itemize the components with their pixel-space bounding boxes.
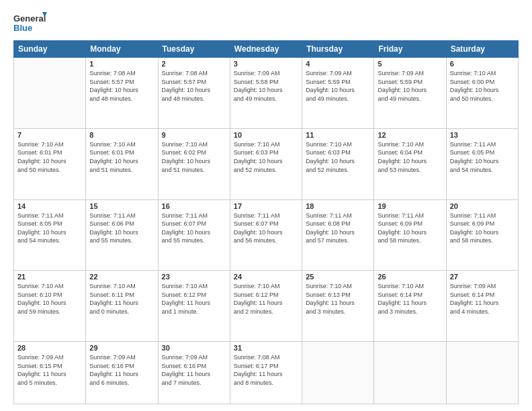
day-detail: Sunrise: 7:10 AMSunset: 6:03 PMDaylight:…: [234, 140, 298, 174]
day-cell: [14, 58, 86, 129]
day-cell: 15Sunrise: 7:11 AMSunset: 6:06 PMDayligh…: [86, 199, 158, 271]
day-number: 17: [234, 202, 298, 210]
day-cell: 17Sunrise: 7:11 AMSunset: 6:07 PMDayligh…: [230, 199, 302, 271]
day-number: 16: [162, 202, 226, 210]
day-cell: 18Sunrise: 7:11 AMSunset: 6:08 PMDayligh…: [302, 199, 374, 271]
day-number: 27: [450, 273, 515, 281]
day-number: 29: [89, 344, 154, 352]
day-number: 4: [306, 60, 370, 68]
day-cell: [446, 342, 518, 404]
day-cell: 28Sunrise: 7:09 AMSunset: 6:15 PMDayligh…: [14, 342, 86, 404]
day-number: 5: [378, 60, 442, 68]
day-cell: 12Sunrise: 7:10 AMSunset: 6:04 PMDayligh…: [374, 128, 446, 199]
day-cell: 30Sunrise: 7:09 AMSunset: 6:16 PMDayligh…: [158, 342, 230, 404]
day-detail: Sunrise: 7:10 AMSunset: 6:10 PMDaylight:…: [17, 282, 82, 316]
day-detail: Sunrise: 7:10 AMSunset: 6:02 PMDaylight:…: [162, 140, 226, 174]
day-cell: 8Sunrise: 7:10 AMSunset: 6:01 PMDaylight…: [86, 128, 158, 199]
week-row-4: 21Sunrise: 7:10 AMSunset: 6:10 PMDayligh…: [14, 271, 519, 342]
day-number: 14: [17, 202, 82, 210]
week-row-2: 7Sunrise: 7:10 AMSunset: 6:01 PMDaylight…: [14, 128, 519, 199]
day-number: 12: [378, 131, 442, 139]
day-number: 3: [234, 60, 298, 68]
day-cell: 6Sunrise: 7:10 AMSunset: 6:00 PMDaylight…: [446, 58, 518, 129]
day-number: 30: [162, 344, 226, 352]
day-detail: Sunrise: 7:11 AMSunset: 6:09 PMDaylight:…: [450, 212, 515, 245]
header-row: SundayMondayTuesdayWednesdayThursdayFrid…: [14, 41, 519, 58]
day-cell: 29Sunrise: 7:09 AMSunset: 6:16 PMDayligh…: [86, 342, 158, 404]
day-detail: Sunrise: 7:10 AMSunset: 6:11 PMDaylight:…: [89, 282, 154, 316]
day-number: 31: [234, 344, 298, 352]
day-cell: 1Sunrise: 7:08 AMSunset: 5:57 PMDaylight…: [86, 58, 158, 129]
day-header-saturday: Saturday: [446, 41, 518, 58]
day-cell: 10Sunrise: 7:10 AMSunset: 6:03 PMDayligh…: [230, 128, 302, 199]
day-cell: 24Sunrise: 7:10 AMSunset: 6:12 PMDayligh…: [230, 271, 302, 342]
day-number: 10: [234, 131, 298, 139]
day-number: 2: [162, 60, 226, 68]
day-cell: 14Sunrise: 7:11 AMSunset: 6:05 PMDayligh…: [14, 199, 86, 271]
day-number: 25: [306, 273, 370, 281]
day-detail: Sunrise: 7:10 AMSunset: 6:14 PMDaylight:…: [378, 282, 442, 316]
week-row-5: 28Sunrise: 7:09 AMSunset: 6:15 PMDayligh…: [14, 342, 519, 404]
day-cell: 21Sunrise: 7:10 AMSunset: 6:10 PMDayligh…: [14, 271, 86, 342]
day-header-wednesday: Wednesday: [230, 41, 302, 58]
day-cell: 13Sunrise: 7:11 AMSunset: 6:05 PMDayligh…: [446, 128, 518, 199]
day-header-tuesday: Tuesday: [158, 41, 230, 58]
day-header-friday: Friday: [374, 41, 446, 58]
logo-svg: General Blue: [13, 11, 47, 35]
day-number: 19: [378, 202, 442, 210]
day-detail: Sunrise: 7:09 AMSunset: 5:58 PMDaylight:…: [234, 69, 298, 103]
day-cell: 3Sunrise: 7:09 AMSunset: 5:58 PMDaylight…: [230, 58, 302, 129]
day-detail: Sunrise: 7:10 AMSunset: 6:00 PMDaylight:…: [450, 69, 515, 103]
day-detail: Sunrise: 7:11 AMSunset: 6:07 PMDaylight:…: [162, 212, 226, 245]
day-cell: 11Sunrise: 7:10 AMSunset: 6:03 PMDayligh…: [302, 128, 374, 199]
day-cell: 7Sunrise: 7:10 AMSunset: 6:01 PMDaylight…: [14, 128, 86, 199]
page: General Blue SundayMondayTuesdayWednesda…: [0, 0, 532, 411]
day-number: 24: [234, 273, 298, 281]
day-cell: 26Sunrise: 7:10 AMSunset: 6:14 PMDayligh…: [374, 271, 446, 342]
day-detail: Sunrise: 7:10 AMSunset: 6:12 PMDaylight:…: [234, 282, 298, 316]
day-number: 18: [306, 202, 370, 210]
day-cell: [374, 342, 446, 404]
day-cell: 20Sunrise: 7:11 AMSunset: 6:09 PMDayligh…: [446, 199, 518, 271]
day-detail: Sunrise: 7:10 AMSunset: 6:04 PMDaylight:…: [378, 140, 442, 174]
day-number: 13: [450, 131, 515, 139]
day-detail: Sunrise: 7:09 AMSunset: 6:15 PMDaylight:…: [17, 353, 82, 387]
day-detail: Sunrise: 7:11 AMSunset: 6:05 PMDaylight:…: [450, 140, 515, 174]
day-cell: [302, 342, 374, 404]
day-detail: Sunrise: 7:09 AMSunset: 6:14 PMDaylight:…: [450, 282, 515, 316]
day-number: 1: [89, 60, 154, 68]
day-cell: 5Sunrise: 7:09 AMSunset: 5:59 PMDaylight…: [374, 58, 446, 129]
week-row-3: 14Sunrise: 7:11 AMSunset: 6:05 PMDayligh…: [14, 199, 519, 271]
day-detail: Sunrise: 7:09 AMSunset: 5:59 PMDaylight:…: [306, 69, 370, 103]
day-number: 28: [17, 344, 82, 352]
day-cell: 2Sunrise: 7:08 AMSunset: 5:57 PMDaylight…: [158, 58, 230, 129]
day-detail: Sunrise: 7:09 AMSunset: 6:16 PMDaylight:…: [89, 353, 154, 387]
day-detail: Sunrise: 7:10 AMSunset: 6:12 PMDaylight:…: [162, 282, 226, 316]
day-cell: 25Sunrise: 7:10 AMSunset: 6:13 PMDayligh…: [302, 271, 374, 342]
logo: General Blue: [13, 11, 47, 35]
day-detail: Sunrise: 7:08 AMSunset: 6:17 PMDaylight:…: [234, 353, 298, 387]
day-detail: Sunrise: 7:09 AMSunset: 5:59 PMDaylight:…: [378, 69, 442, 103]
day-number: 26: [378, 273, 442, 281]
day-detail: Sunrise: 7:08 AMSunset: 5:57 PMDaylight:…: [89, 69, 154, 103]
day-number: 20: [450, 202, 515, 210]
day-number: 11: [306, 131, 370, 139]
day-cell: 27Sunrise: 7:09 AMSunset: 6:14 PMDayligh…: [446, 271, 518, 342]
day-detail: Sunrise: 7:11 AMSunset: 6:08 PMDaylight:…: [306, 212, 370, 245]
week-row-1: 1Sunrise: 7:08 AMSunset: 5:57 PMDaylight…: [14, 58, 519, 129]
svg-text:General: General: [13, 13, 46, 24]
calendar-table: SundayMondayTuesdayWednesdayThursdayFrid…: [13, 40, 519, 404]
day-number: 22: [89, 273, 154, 281]
day-number: 21: [17, 273, 82, 281]
svg-text:Blue: Blue: [13, 23, 32, 33]
day-cell: 22Sunrise: 7:10 AMSunset: 6:11 PMDayligh…: [86, 271, 158, 342]
day-cell: 4Sunrise: 7:09 AMSunset: 5:59 PMDaylight…: [302, 58, 374, 129]
day-number: 15: [89, 202, 154, 210]
day-detail: Sunrise: 7:08 AMSunset: 5:57 PMDaylight:…: [162, 69, 226, 103]
day-header-monday: Monday: [86, 41, 158, 58]
day-cell: 16Sunrise: 7:11 AMSunset: 6:07 PMDayligh…: [158, 199, 230, 271]
day-detail: Sunrise: 7:10 AMSunset: 6:13 PMDaylight:…: [306, 282, 370, 316]
header: General Blue: [13, 11, 519, 35]
day-detail: Sunrise: 7:11 AMSunset: 6:06 PMDaylight:…: [89, 212, 154, 245]
day-header-thursday: Thursday: [302, 41, 374, 58]
